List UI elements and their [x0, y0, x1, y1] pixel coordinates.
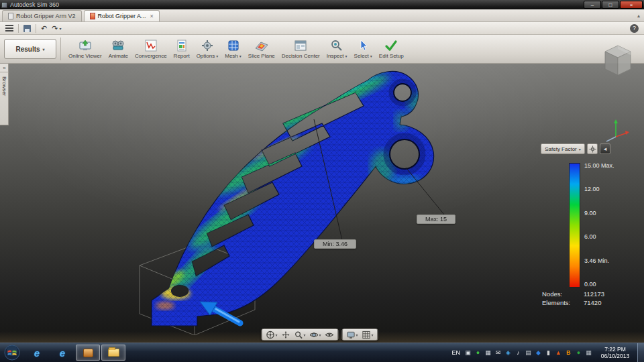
- taskbar-clock[interactable]: 7:22 PM 06/10/2013: [596, 346, 634, 359]
- legend-settings-button[interactable]: [587, 143, 598, 154]
- tab-robot-gripper-active[interactable]: Robot Gripper A... ×: [84, 10, 160, 21]
- taskbar-media-player-icon[interactable]: e: [25, 345, 49, 361]
- orbit-button[interactable]: ▾: [309, 330, 323, 340]
- nodes-value: 112173: [584, 290, 604, 298]
- menu-icon[interactable]: [5, 27, 13, 29]
- system-tray: EN ▣ ● ▦ ✉ ◈ ♪ ▤ ◆ ▮ ▲ B ● ▦ 7:22 PM 06/…: [451, 343, 644, 362]
- gripper-arm-model[interactable]: [101, 67, 476, 335]
- decision-center-button[interactable]: Decision Center: [278, 36, 323, 62]
- screen: Autodesk Sim 360 – □ × Robot Gripper Arm…: [0, 0, 644, 362]
- mail-icon[interactable]: ✉: [494, 348, 502, 357]
- legend-tick: 12.00: [584, 186, 623, 192]
- browser-panel-tab[interactable]: » Browser: [0, 64, 9, 125]
- internet-explorer-icon: e: [60, 347, 65, 359]
- ribbon-item-label: Select: [354, 53, 369, 59]
- ribbon: Results ▾ Online Viewer Animate Converge…: [0, 35, 644, 64]
- legend-ticks: 15.00 Max. 12.00 9.00 6.00 3.46 Min. 0.0…: [584, 163, 623, 288]
- defender-icon[interactable]: ◈: [504, 348, 513, 357]
- antivirus-icon[interactable]: ▲: [554, 348, 563, 357]
- tab-label: Robot Gripper Arm V2: [16, 13, 76, 19]
- legend-tick: 3.46 Min.: [584, 258, 623, 264]
- decision-center-icon: [293, 39, 308, 52]
- redo-button[interactable]: ↷ ▾: [52, 25, 61, 32]
- dropdown-caret-icon: ▾: [370, 54, 372, 58]
- mesh-button[interactable]: Mesh ▾: [221, 36, 245, 62]
- dropdown-caret-icon: ▾: [239, 54, 241, 58]
- vpn-icon[interactable]: ▦: [484, 348, 492, 357]
- legend-tick: 6.00: [584, 234, 623, 240]
- legend-tick: 0.00: [584, 282, 623, 288]
- chevron-up-icon[interactable]: ▴: [637, 13, 640, 19]
- visual-style-button[interactable]: ▾: [345, 330, 360, 340]
- result-type-dropdown[interactable]: Safety Factor ▾: [541, 143, 585, 154]
- action-center-icon[interactable]: ▣: [464, 348, 472, 357]
- help-icon[interactable]: ?: [630, 24, 639, 33]
- edit-setup-button[interactable]: Edit Setup: [376, 36, 407, 62]
- browser-tray-icon[interactable]: B: [564, 348, 573, 357]
- browser-expand-icon[interactable]: »: [0, 64, 9, 72]
- close-button[interactable]: ×: [620, 1, 643, 9]
- media-player-icon: e: [34, 347, 40, 359]
- document-tab-bar: Robot Gripper Arm V2 Robot Gripper A... …: [0, 9, 644, 22]
- steering-wheel-button[interactable]: ▾: [264, 330, 278, 340]
- show-desktop-button[interactable]: [637, 343, 644, 362]
- report-button[interactable]: Report: [170, 36, 193, 62]
- legend-controls: Safety Factor ▾ ◂: [541, 143, 610, 154]
- dropdown-caret-icon: ▾: [303, 333, 305, 337]
- look-around-button[interactable]: [324, 330, 335, 340]
- save-icon[interactable]: [23, 25, 31, 32]
- pan-button[interactable]: [280, 330, 291, 340]
- ribbon-item-label: Online Viewer: [68, 53, 102, 59]
- min-annotation[interactable]: Min: 3.46: [314, 239, 356, 249]
- animate-button[interactable]: Animate: [105, 36, 131, 62]
- options-button[interactable]: Options ▾: [193, 36, 222, 62]
- undo-icon[interactable]: ↶: [41, 25, 47, 32]
- battery-icon[interactable]: ▮: [544, 348, 553, 357]
- bluetooth-icon[interactable]: ◆: [534, 348, 543, 357]
- volume-icon[interactable]: ♪: [514, 348, 523, 357]
- legend-collapse-button[interactable]: ◂: [600, 143, 610, 154]
- language-indicator[interactable]: EN: [451, 349, 460, 356]
- taskbar-internet-explorer-icon[interactable]: e: [50, 345, 74, 361]
- start-button[interactable]: [2, 344, 22, 361]
- dropdown-caret-icon: ▾: [43, 47, 45, 52]
- results-label: Results: [15, 46, 40, 53]
- ribbon-item-label: Report: [174, 53, 190, 59]
- ribbon-item-label: Slice Plane: [248, 53, 275, 59]
- browser-panel-label: Browser: [1, 76, 7, 96]
- navigation-toolbar: ▾ ▾ ▾ ▾: [261, 328, 378, 341]
- display-icon[interactable]: ▤: [524, 348, 533, 357]
- select-button[interactable]: Select ▾: [351, 36, 376, 62]
- grid-display-button[interactable]: ▾: [361, 330, 375, 340]
- results-dropdown-button[interactable]: Results ▾: [4, 39, 56, 59]
- elements-label: Elements:: [542, 298, 584, 307]
- view-cube[interactable]: [600, 40, 636, 78]
- zoom-button[interactable]: ▾: [292, 330, 307, 340]
- max-annotation[interactable]: Max: 15: [417, 215, 455, 224]
- ribbon-item-label: Mesh: [225, 53, 238, 59]
- driver-utility-icon[interactable]: ●: [574, 348, 583, 357]
- minimize-button[interactable]: –: [584, 1, 601, 9]
- online-viewer-button[interactable]: Online Viewer: [65, 36, 105, 62]
- legend-tick: 9.00: [584, 210, 623, 217]
- taskbar-app-window[interactable]: [76, 345, 100, 361]
- separator: [36, 24, 36, 33]
- clock-date: 06/10/2013: [596, 353, 634, 359]
- maximize-button[interactable]: □: [602, 1, 619, 9]
- convergence-button[interactable]: Convergence: [131, 36, 170, 62]
- slice-plane-button[interactable]: Slice Plane: [245, 36, 278, 62]
- slice-plane-icon: [254, 39, 269, 52]
- dropdown-caret-icon: ▾: [59, 26, 61, 31]
- viewport-3d[interactable]: » Browser: [0, 64, 644, 343]
- dropdown-caret-icon: ▾: [356, 333, 358, 337]
- tab-robot-gripper-arm-v2[interactable]: Robot Gripper Arm V2: [2, 10, 82, 21]
- folder-icon: [108, 349, 119, 357]
- update-icon[interactable]: ●: [474, 348, 482, 357]
- taskbar-explorer-window[interactable]: [101, 345, 125, 361]
- gear-icon: [589, 145, 596, 153]
- network-icon[interactable]: ▦: [584, 348, 593, 357]
- report-icon: [174, 39, 189, 52]
- ribbon-item-label: Edit Setup: [379, 53, 404, 59]
- tab-close-icon[interactable]: ×: [150, 13, 154, 19]
- inspect-button[interactable]: Inspect ▾: [323, 36, 351, 62]
